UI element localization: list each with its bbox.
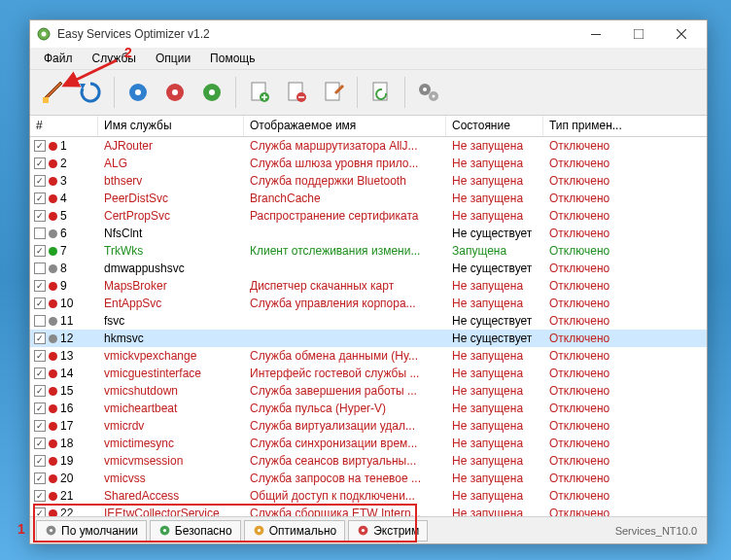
checkbox[interactable]: [34, 420, 46, 432]
cell-name: vmicrdv: [98, 419, 244, 433]
cell-startup: Отключено: [543, 244, 650, 258]
status-dot-icon: [49, 352, 57, 361]
close-button[interactable]: [660, 20, 703, 48]
row-number: 16: [60, 402, 76, 415]
cell-state: Не существует: [446, 262, 543, 275]
profile-button-1[interactable]: Безопасно: [150, 520, 241, 542]
checkbox[interactable]: [34, 402, 46, 414]
tool-gears-settings-icon[interactable]: [411, 75, 446, 110]
svg-point-26: [258, 529, 261, 532]
checkbox[interactable]: [34, 490, 46, 502]
checkbox[interactable]: [34, 315, 46, 327]
column-header-startup[interactable]: Тип примен...: [543, 116, 650, 136]
checkbox[interactable]: [34, 140, 46, 152]
checkbox[interactable]: [34, 332, 46, 344]
table-row[interactable]: 18vmictimesyncСлужба синхронизации врем.…: [30, 435, 707, 452]
table-row[interactable]: 1AJRouterСлужба маршрутизатора AllJ...Не…: [30, 137, 707, 155]
checkbox[interactable]: [34, 368, 46, 379]
tool-page-remove-icon[interactable]: [279, 75, 314, 110]
cell-startup: Отключено: [543, 174, 650, 188]
table-row[interactable]: 21SharedAccessОбщий доступ к подключени.…: [30, 487, 707, 505]
table-row[interactable]: 15vmicshutdownСлужба завершения работы .…: [30, 382, 707, 400]
checkbox[interactable]: [34, 210, 46, 222]
column-header-state[interactable]: Состояние: [446, 116, 543, 136]
checkbox[interactable]: [34, 192, 46, 204]
cell-state: Не запущена: [446, 174, 543, 188]
table-row[interactable]: 10EntAppSvcСлужба управления корпора...Н…: [30, 295, 707, 312]
row-number: 10: [60, 297, 76, 310]
gear-icon: [45, 524, 57, 537]
cell-startup: Отключено: [543, 419, 650, 433]
table-row[interactable]: 4PeerDistSvcBranchCacheНе запущенаОтключ…: [30, 190, 707, 207]
checkbox[interactable]: [34, 228, 46, 239]
table-row[interactable]: 3bthservСлужба поддержки BluetoothНе зап…: [30, 172, 707, 190]
status-dot-icon: [49, 247, 57, 256]
checkbox[interactable]: [34, 262, 46, 274]
svg-point-10: [209, 89, 215, 95]
cell-name: vmicheartbeat: [98, 402, 244, 415]
table-row[interactable]: 12hkmsvcНе существуетОтключено: [30, 330, 707, 347]
tool-page-add-icon[interactable]: [242, 75, 277, 110]
cell-name: vmickvpexchange: [98, 349, 244, 363]
cell-disp: Служба пульса (Hyper-V): [244, 402, 446, 415]
profile-button-0[interactable]: По умолчании: [36, 520, 147, 542]
checkbox[interactable]: [34, 472, 46, 484]
cell-startup: Отключено: [543, 454, 650, 468]
table-row[interactable]: 8dmwappushsvcНе существуетОтключено: [30, 260, 707, 277]
tool-page-edit-icon[interactable]: [316, 75, 351, 110]
profile-label: Безопасно: [175, 524, 232, 538]
row-number: 8: [60, 262, 76, 275]
maximize-button[interactable]: [617, 20, 660, 48]
profile-button-3[interactable]: Экстрим: [348, 520, 428, 542]
status-dot-icon: [49, 194, 57, 203]
table-row[interactable]: 11fsvcНе существуетОтключено: [30, 312, 707, 330]
table-row[interactable]: 2ALGСлужба шлюза уровня прило...Не запущ…: [30, 155, 707, 172]
checkbox[interactable]: [34, 385, 46, 397]
menu-options[interactable]: Опции: [146, 50, 200, 67]
title-bar: Easy Services Optimizer v1.2: [30, 20, 707, 48]
table-row[interactable]: 22IEEtwCollectorServiceСлужба сборщика E…: [30, 505, 707, 516]
table-row[interactable]: 20vmicvssСлужба запросов на теневое ...Н…: [30, 470, 707, 487]
checkbox[interactable]: [34, 438, 46, 449]
tool-gear-green-icon[interactable]: [194, 75, 229, 110]
profile-label: По умолчании: [61, 524, 138, 538]
table-row[interactable]: 13vmickvpexchangeСлужба обмена данными (…: [30, 347, 707, 365]
cell-disp: Интерфейс гостевой службы ...: [244, 367, 446, 380]
table-row[interactable]: 9MapsBrokerДиспетчер скачанных картНе за…: [30, 277, 707, 295]
checkbox[interactable]: [34, 245, 46, 257]
table-row[interactable]: 6NfsClntНе существуетОтключено: [30, 225, 707, 242]
profile-button-2[interactable]: Оптимально: [244, 520, 346, 542]
table-row[interactable]: 14vmicguestinterfaceИнтерфейс гостевой с…: [30, 365, 707, 382]
checkbox[interactable]: [34, 158, 46, 169]
table-row[interactable]: 16vmicheartbeatСлужба пульса (Hyper-V)Не…: [30, 400, 707, 417]
table-row[interactable]: 19vmicvmsessionСлужба сеансов виртуальны…: [30, 452, 707, 470]
checkbox[interactable]: [34, 280, 46, 292]
row-number: 20: [60, 472, 76, 485]
cell-startup: Отключено: [543, 297, 650, 310]
menu-help[interactable]: Помощь: [200, 50, 264, 67]
checkbox[interactable]: [34, 350, 46, 362]
cell-state: Не существует: [446, 314, 543, 328]
row-number: 18: [60, 437, 76, 450]
tool-page-refresh-icon[interactable]: [364, 75, 399, 110]
table-body[interactable]: 1AJRouterСлужба маршрутизатора AllJ...Не…: [30, 137, 707, 516]
checkbox[interactable]: [34, 508, 46, 516]
table-row[interactable]: 5CertPropSvcРаспространение сертификатаН…: [30, 207, 707, 225]
column-header-name[interactable]: Имя службы: [98, 116, 244, 136]
checkbox[interactable]: [34, 298, 46, 309]
checkbox[interactable]: [34, 175, 46, 187]
row-number: 2: [60, 157, 76, 170]
checkbox[interactable]: [34, 455, 46, 467]
column-header-display[interactable]: Отображаемое имя: [244, 116, 446, 136]
table-row[interactable]: 7TrkWksКлиент отслеживания измени...Запу…: [30, 242, 707, 260]
cell-name: vmicshutdown: [98, 384, 244, 398]
tool-gear-blue-icon[interactable]: [121, 75, 156, 110]
svg-point-6: [135, 89, 141, 95]
cell-startup: Отключено: [543, 402, 650, 415]
minimize-button[interactable]: [574, 20, 617, 48]
table-row[interactable]: 17vmicrdvСлужба виртуализации удал...Не …: [30, 417, 707, 435]
row-number: 13: [60, 349, 76, 363]
column-header-num[interactable]: #: [30, 116, 98, 136]
cell-startup: Отключено: [543, 279, 650, 293]
tool-gear-red-icon[interactable]: [157, 75, 192, 110]
